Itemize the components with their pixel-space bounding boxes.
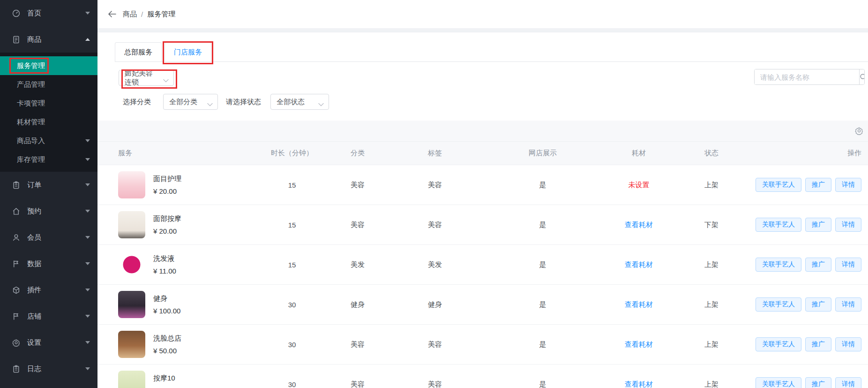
chevron-down-icon [163, 76, 169, 84]
service-name: 健身 [153, 294, 180, 303]
order-icon [12, 181, 20, 189]
table-row: 洗发液 ¥ 11.00 15 美发 美发 是 查看耗材 上架 关联手艺人 推广 [97, 245, 868, 285]
sidebar-item-label: 会员 [27, 233, 41, 242]
details-button[interactable]: 详情 [835, 377, 861, 388]
details-button[interactable]: 详情 [835, 218, 861, 232]
tag-cell: 美容 [388, 221, 482, 229]
category-select[interactable]: 全部分类 [163, 94, 218, 110]
service-thumbnail [118, 211, 145, 238]
chevron-down-icon [318, 100, 324, 108]
chevron-down-icon [85, 315, 90, 318]
link-artisan-button[interactable]: 关联手艺人 [756, 178, 801, 192]
promote-button[interactable]: 推广 [805, 258, 831, 272]
chevron-down-icon [85, 262, 90, 265]
link-artisan-button[interactable]: 关联手艺人 [756, 377, 801, 388]
details-button[interactable]: 详情 [835, 297, 861, 312]
sidebar-item-card-management[interactable]: 卡项管理 [0, 94, 97, 113]
store-select-value: 媚妃美容连锁 [125, 69, 159, 87]
breadcrumb-goods[interactable]: 商品 [123, 10, 137, 19]
tab-label: 总部服务 [124, 48, 152, 56]
consumable-not-set: 未设置 [604, 181, 674, 190]
sidebar-item-inventory-management[interactable]: 库存管理 [0, 150, 97, 169]
status-select-value: 全部状态 [277, 98, 305, 107]
view-consumable-link[interactable]: 查看耗材 [604, 260, 674, 269]
col-header-duration: 时长（分钟） [257, 149, 327, 158]
promote-button[interactable]: 推广 [805, 178, 831, 192]
sidebar-item-orders[interactable]: 订单 [0, 172, 97, 198]
view-consumable-link[interactable]: 查看耗材 [604, 300, 674, 309]
status-cell: 上架 [674, 181, 749, 190]
sidebar-item-service-management[interactable]: 服务管理 [0, 56, 97, 75]
chevron-down-icon [85, 139, 90, 142]
service-price: ¥ 20.00 [153, 187, 181, 195]
col-header-consumable: 耗材 [604, 149, 674, 158]
category-cell: 美容 [327, 221, 388, 229]
status-cell: 上架 [674, 300, 749, 309]
tab-headquarters-services[interactable]: 总部服务 [115, 42, 162, 61]
sidebar-item-data[interactable]: 数据 [0, 251, 97, 277]
chevron-down-icon [85, 210, 90, 213]
data-icon [12, 260, 20, 268]
app-window: 首页 商品 服务管理 产品管理 卡项管理 耗材管理 商品导入 [0, 0, 868, 388]
search-input[interactable] [755, 69, 859, 84]
content-card: 总部服务 门店服务 媚妃美容连锁 [97, 32, 868, 388]
search-button[interactable] [859, 69, 865, 84]
promote-button[interactable]: 推广 [805, 218, 831, 232]
online-display-cell: 是 [482, 181, 604, 190]
sidebar-item-logs[interactable]: 日志 [0, 356, 97, 382]
page-content: 总部服务 门店服务 媚妃美容连锁 [97, 28, 868, 388]
log-icon [12, 365, 20, 373]
tab-label: 门店服务 [174, 48, 202, 56]
status-select[interactable]: 全部状态 [270, 94, 329, 110]
sidebar-item-plugins[interactable]: 插件 [0, 277, 97, 303]
view-consumable-link[interactable]: 查看耗材 [604, 380, 674, 388]
chevron-down-icon [85, 367, 90, 370]
view-consumable-link[interactable]: 查看耗材 [604, 221, 674, 229]
chevron-down-icon [85, 183, 90, 186]
promote-button[interactable]: 推广 [805, 377, 831, 388]
link-artisan-button[interactable]: 关联手艺人 [756, 258, 801, 272]
plugin-icon [12, 286, 20, 294]
table-toolbar [97, 121, 868, 142]
table-row: 面目护理 ¥ 20.00 15 美容 美容 是 未设置 上架 关联手艺人 推广 [97, 165, 868, 205]
main-area: 商品 / 服务管理 总部服务 门店服务 媚妃美容连锁 [97, 0, 868, 388]
promote-button[interactable]: 推广 [805, 337, 831, 351]
service-name: 洗发液 [153, 254, 176, 263]
link-artisan-button[interactable]: 关联手艺人 [756, 297, 801, 312]
category-cell: 美容 [327, 380, 388, 388]
sidebar-item-goods[interactable]: 商品 [0, 26, 97, 53]
sidebar-item-booking[interactable]: 预约 [0, 198, 97, 224]
sidebar-item-consumable-management[interactable]: 耗材管理 [0, 113, 97, 131]
chevron-down-icon [85, 236, 90, 239]
sidebar-item-settings[interactable]: 设置 [0, 329, 97, 356]
sidebar-item-home[interactable]: 首页 [0, 0, 97, 26]
details-button[interactable]: 详情 [835, 337, 861, 351]
online-display-cell: 是 [482, 221, 604, 229]
details-button[interactable]: 详情 [835, 258, 861, 272]
sidebar-item-product-management[interactable]: 产品管理 [0, 75, 97, 94]
column-settings-gear-icon[interactable] [855, 127, 863, 135]
sidebar-item-goods-import[interactable]: 商品导入 [0, 131, 97, 150]
duration-cell: 30 [257, 301, 327, 309]
service-name: 面部按摩 [153, 214, 181, 223]
store-select[interactable]: 媚妃美容连锁 [119, 70, 174, 86]
status-cell: 上架 [674, 380, 749, 388]
details-button[interactable]: 详情 [835, 178, 861, 192]
duration-cell: 15 [257, 221, 327, 229]
sidebar-item-label: 订单 [27, 181, 41, 190]
link-artisan-button[interactable]: 关联手艺人 [756, 337, 801, 351]
service-name: 按摩10 [153, 374, 177, 383]
sidebar-item-shop[interactable]: 店铺 [0, 303, 97, 329]
promote-button[interactable]: 推广 [805, 297, 831, 312]
tab-store-services[interactable]: 门店服务 [165, 42, 211, 61]
sidebar-item-members[interactable]: 会员 [0, 224, 97, 251]
link-artisan-button[interactable]: 关联手艺人 [756, 218, 801, 232]
back-arrow-icon[interactable] [108, 11, 116, 17]
shop-icon [12, 312, 20, 320]
member-icon [12, 234, 20, 242]
sidebar-item-label: 耗材管理 [17, 118, 45, 127]
view-consumable-link[interactable]: 查看耗材 [604, 340, 674, 349]
service-price: ¥ 50.00 [153, 347, 181, 355]
online-display-cell: 是 [482, 300, 604, 309]
sidebar-item-label: 数据 [27, 259, 41, 268]
